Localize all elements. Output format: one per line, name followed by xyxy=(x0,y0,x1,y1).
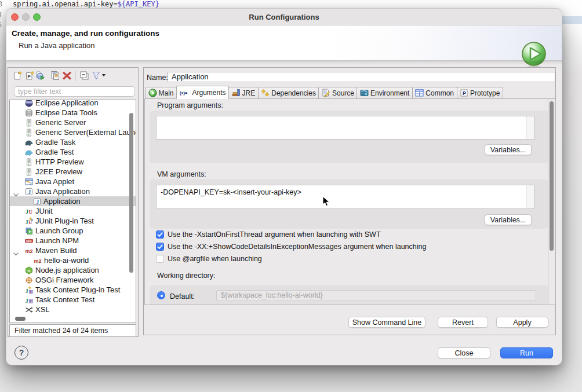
common-icon xyxy=(415,89,424,97)
apply-button[interactable]: Apply xyxy=(496,317,548,328)
filter-input[interactable]: type filter text xyxy=(14,86,135,97)
tree-item-hello-ai-world[interactable]: m2hello-ai-world xyxy=(10,255,136,265)
tree-item-label: Launch NPM xyxy=(35,236,79,245)
tree-item-generic-server[interactable]: Generic Server xyxy=(10,118,136,127)
tree-horizontal-scrollbar[interactable] xyxy=(15,317,26,321)
svg-text:J: J xyxy=(26,297,28,303)
run-button[interactable]: Run xyxy=(500,347,553,358)
show-command-line-button[interactable]: Show Command Line xyxy=(348,317,425,328)
tree-item-eclipse-data-tools[interactable]: Eclipse Data Tools xyxy=(10,108,136,118)
svg-text:J: J xyxy=(28,189,31,195)
editor-line-number: 3 xyxy=(0,0,2,8)
program-arguments-variables-button[interactable]: Variables... xyxy=(485,144,532,155)
tab-common[interactable]: Common xyxy=(412,87,457,99)
checked-checkbox[interactable] xyxy=(156,243,164,251)
tree-item-junit[interactable]: JUJUnit xyxy=(10,206,136,216)
zoom-window-button[interactable] xyxy=(33,13,41,21)
tree-item-label: JUnit Plug-in Test xyxy=(35,217,94,225)
tree-item-task-context-plug-in-test[interactable]: JUTask Context Plug-in Test xyxy=(10,285,136,295)
program-arguments-textarea[interactable] xyxy=(156,116,534,140)
run-configurations-dialog: Run Configurations Create, manage, and r… xyxy=(6,8,562,365)
filter-status-bar: Filter matched 24 of 24 items xyxy=(9,324,136,337)
tab-label: Arguments xyxy=(192,89,226,97)
content-scrollbar-divider xyxy=(548,99,548,305)
delete-launch-configuration-icon[interactable] xyxy=(62,71,72,80)
textarea-scrollbar-track xyxy=(526,116,534,139)
prototype-icon: P xyxy=(460,89,468,97)
tree-item-label: Task Context Test xyxy=(35,295,94,304)
tree-item-java-application[interactable]: JJava Application xyxy=(10,186,136,196)
tree-item-task-context-test[interactable]: JUTask Context Test xyxy=(10,295,136,305)
svg-text:P: P xyxy=(28,74,31,79)
name-label: Name: xyxy=(147,74,168,82)
checkbox-row: Use the -XstartOnFirstThread argument wh… xyxy=(156,230,381,239)
svg-text:m2: m2 xyxy=(34,258,42,263)
vm-arguments-variables-button[interactable]: Variables... xyxy=(485,214,532,225)
unchecked-checkbox[interactable] xyxy=(156,255,164,263)
tab-source[interactable]: Source xyxy=(318,87,357,99)
default-radio[interactable] xyxy=(157,291,165,299)
new-launch-configuration-icon[interactable] xyxy=(13,71,23,80)
working-directory-label: Working directory: xyxy=(157,272,216,280)
editor-code-line: 3spring.ai.openai.api-key=${API_KEY} xyxy=(13,0,159,8)
tab-jre[interactable]: JRE xyxy=(228,87,259,99)
checkbox-label: Use @argfile when launching xyxy=(168,255,262,263)
tree-item-label: OSGi Framework xyxy=(35,276,93,284)
minimize-window-button[interactable] xyxy=(22,13,30,21)
tree-item-junit-plug-in-test[interactable]: JUJUnit Plug-in Test xyxy=(10,216,136,226)
tree-item-maven-build[interactable]: m2Maven Build xyxy=(10,246,136,255)
tree-item-label: Launch Group xyxy=(35,226,83,235)
help-button[interactable]: ? xyxy=(14,346,28,360)
checkbox-row: Use the -XX:+ShowCodeDetailsInExceptionM… xyxy=(156,243,426,251)
tree-item-label: Application xyxy=(43,197,81,206)
tab-label: Main xyxy=(159,89,174,97)
tree-item-launch-npm[interactable]: npmLaunch NPM xyxy=(10,236,136,246)
tree-item-launch-group[interactable]: Launch Group xyxy=(10,226,136,236)
mouse-cursor xyxy=(322,196,330,210)
duplicate-launch-configuration-icon[interactable] xyxy=(50,71,60,80)
tree-vertical-scrollbar[interactable] xyxy=(129,113,133,273)
checkbox-row: Use @argfile when launching xyxy=(156,255,262,263)
tree-item-gradle-task[interactable]: Gradle Task xyxy=(10,137,136,147)
content-vertical-scrollbar[interactable] xyxy=(550,101,554,251)
tree-item-generic-server-external-launc[interactable]: Generic Server(External Launc xyxy=(10,127,136,137)
close-button[interactable]: Close xyxy=(438,347,490,358)
tab-label: Common xyxy=(425,89,454,97)
revert-button[interactable]: Revert xyxy=(438,317,488,328)
xsl-icon xyxy=(25,306,33,316)
name-input[interactable]: Application xyxy=(168,72,555,82)
tree-item-xsl[interactable]: XSL xyxy=(10,305,136,314)
tree-item-java-applet[interactable]: JJava Applet xyxy=(10,177,136,186)
tab-environment[interactable]: Environment xyxy=(357,87,412,99)
filter-menu-caret-icon[interactable] xyxy=(102,74,106,76)
tab-label: Dependencies xyxy=(271,89,316,97)
tab-label: Environment xyxy=(370,89,409,97)
filter-launch-configurations-icon[interactable] xyxy=(92,71,101,80)
filter-status-text: Filter matched 24 of 24 items xyxy=(14,327,108,335)
tree-item-j2ee-preview[interactable]: J2EE Preview xyxy=(10,167,136,177)
tab-prototype[interactable]: PPrototype xyxy=(457,87,503,99)
export-launch-configurations-icon[interactable] xyxy=(35,71,45,80)
tree-item-http-preview[interactable]: HTTP Preview xyxy=(10,157,136,167)
svg-text:U: U xyxy=(30,299,32,303)
working-directory-field[interactable]: ${workspace_loc:hello-ai-world} xyxy=(216,290,536,301)
tree-item-node-js-application[interactable]: nNode.js application xyxy=(10,265,136,275)
editor-toolbar-band xyxy=(560,16,582,24)
editor-line-number: 5 xyxy=(0,21,2,29)
new-launch-configuration-prototype-icon[interactable]: P xyxy=(25,71,35,80)
collapse-all-icon[interactable] xyxy=(79,71,89,80)
close-window-button[interactable] xyxy=(11,13,19,21)
tree-item-osgi-framework[interactable]: OSGi Framework xyxy=(10,275,136,285)
tree-item-label: Node.js application xyxy=(35,266,99,274)
vm-arguments-textarea[interactable]: -DOPENAPI_KEY=sk-<insert-your-api-key> xyxy=(156,185,534,209)
tab-main[interactable]: Main xyxy=(145,87,177,99)
tree-item-application[interactable]: JApplication xyxy=(10,196,136,206)
tab-dependencies[interactable]: Dependencies xyxy=(258,87,319,99)
editor-property-key: spring.ai.openai.api-key= xyxy=(13,0,118,8)
titlebar[interactable]: Run Configurations xyxy=(6,9,562,25)
checked-checkbox[interactable] xyxy=(156,230,164,239)
editor-property-value: ${API_KEY} xyxy=(118,0,159,8)
tab-arguments[interactable]: (x)=Arguments xyxy=(176,86,229,99)
tree-item-gradle-test[interactable]: Gradle Test xyxy=(10,147,136,157)
tree-item-eclipse-application[interactable]: Eclipse Application xyxy=(10,100,136,108)
